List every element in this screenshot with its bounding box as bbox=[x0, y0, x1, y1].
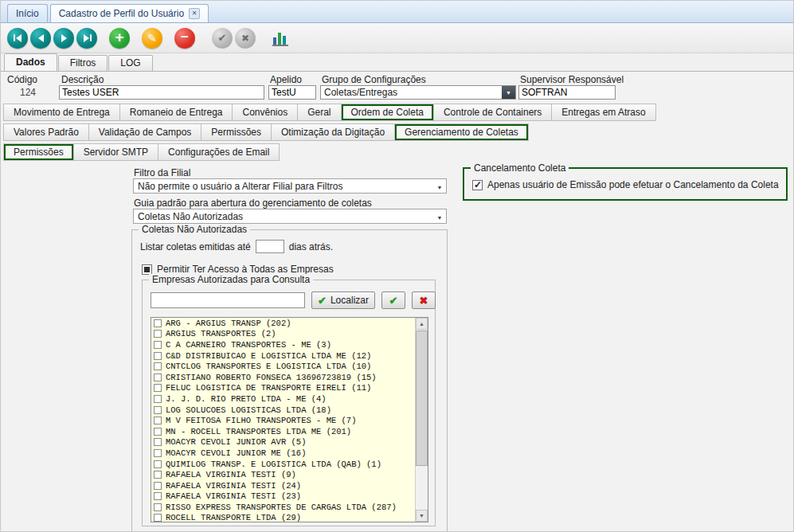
company-row[interactable]: FELUC LOGISTICA DE TRANSPORTE EIRELI (11… bbox=[151, 383, 415, 394]
company-row[interactable]: RAFAELA VIRGINIA TESTI (9) bbox=[151, 469, 415, 480]
tab-valores-padrao[interactable]: Valores Padrão bbox=[3, 123, 89, 141]
supervisor-field[interactable] bbox=[518, 85, 616, 100]
last-record-button[interactable] bbox=[76, 28, 97, 49]
company-row[interactable]: ARGIUS TRANSPORTES (2) bbox=[151, 329, 415, 340]
permitir-acesso-checkbox[interactable] bbox=[142, 264, 152, 275]
grupo-configuracoes-select[interactable]: Coletas/Entregas bbox=[320, 85, 516, 100]
company-checkbox[interactable] bbox=[154, 449, 162, 457]
company-row[interactable]: MOACYR CEVOLI JUNIOR ME (16) bbox=[151, 448, 415, 459]
next-record-button[interactable] bbox=[53, 28, 74, 49]
tab-inicio[interactable]: Início bbox=[7, 4, 48, 22]
tab-gerenciamento-de-coletas[interactable]: Gerenciamento de Coletas bbox=[394, 123, 529, 141]
company-row[interactable]: J. J. D. RIO PRETO LTDA - ME (4) bbox=[151, 393, 415, 405]
company-row[interactable]: M V FEITOSA FILHO TRANSPORTES - ME (7) bbox=[151, 415, 415, 426]
chevron-down-icon[interactable] bbox=[433, 211, 446, 222]
tab-permissoes-inner[interactable]: Permissões bbox=[3, 143, 74, 161]
company-checkbox[interactable] bbox=[154, 395, 162, 403]
scroll-up-icon[interactable] bbox=[416, 318, 428, 330]
company-row[interactable]: MN - ROCELL TRANSPORTES LTDA ME (201) bbox=[151, 426, 415, 437]
company-checkbox[interactable] bbox=[154, 384, 162, 392]
company-checkbox[interactable] bbox=[154, 482, 162, 490]
chart-icon[interactable] bbox=[271, 29, 291, 48]
company-row[interactable]: CNTCLOG TRANSPORTES E LOGISTICA LTDA (10… bbox=[151, 361, 415, 372]
previous-record-button[interactable] bbox=[30, 28, 51, 49]
tab-log[interactable]: LOG bbox=[108, 55, 152, 71]
company-checkbox[interactable] bbox=[154, 503, 162, 511]
company-checkbox[interactable] bbox=[154, 428, 162, 436]
cancelamento-group-title: Cancelamento Coleta bbox=[471, 162, 569, 174]
company-row[interactable]: ARG - ARGIUS TRANSP (202) bbox=[151, 318, 415, 329]
supervisor-label: Supervisor Responsável bbox=[520, 74, 624, 85]
filtro-filial-select[interactable]: Não permite o usuário a Alterar Filial p… bbox=[133, 178, 447, 194]
clear-selection-button[interactable] bbox=[412, 291, 436, 309]
tab-permissoes-sub[interactable]: Permissões bbox=[201, 123, 272, 141]
tab-validacao-de-campos[interactable]: Validação de Campos bbox=[88, 123, 202, 141]
company-checkbox[interactable] bbox=[154, 471, 162, 479]
company-row[interactable]: RISSO EXPRESS TRANSPORTES DE CARGAS LTDA… bbox=[151, 502, 415, 513]
confirm-selection-button[interactable] bbox=[381, 291, 405, 309]
tab-cadastro-perfil[interactable]: Cadastro de Perfil do Usuário bbox=[50, 4, 209, 22]
company-checkbox[interactable] bbox=[154, 514, 162, 522]
tab-convenios[interactable]: Convênios bbox=[232, 104, 298, 121]
company-row[interactable]: C A CARNEIRO TRANSPORTES - ME (3) bbox=[151, 339, 415, 350]
tab-entregas-em-atraso[interactable]: Entregas em Atraso bbox=[551, 104, 655, 121]
company-checkbox[interactable] bbox=[154, 438, 162, 446]
cancelamento-checkbox[interactable] bbox=[472, 180, 483, 190]
company-checkbox[interactable] bbox=[154, 374, 162, 381]
company-checkbox[interactable] bbox=[154, 352, 162, 360]
company-row[interactable]: QUIMILOG TRANSP. E LOGISTICA LTDA (QAB) … bbox=[151, 459, 415, 470]
localizar-button[interactable]: Localizar bbox=[311, 291, 375, 309]
delete-record-button[interactable] bbox=[174, 28, 195, 49]
first-record-button[interactable] bbox=[7, 28, 28, 49]
company-label: CRISTIANO ROBERTO FONSECA 13696723819 (1… bbox=[166, 373, 377, 382]
tab-romaneio-de-entrega[interactable]: Romaneio de Entrega bbox=[119, 104, 233, 121]
company-checkbox[interactable] bbox=[154, 319, 162, 327]
header-form: Código 124 Descrição Apelido Grupo de Co… bbox=[1, 72, 793, 102]
company-checkbox[interactable] bbox=[154, 492, 162, 500]
tab-filtros[interactable]: Filtros bbox=[58, 55, 108, 71]
guia-padrao-select[interactable]: Coletas Não Autorizadas bbox=[133, 209, 447, 224]
scroll-down-icon[interactable] bbox=[416, 510, 428, 522]
app-window: Início Cadastro de Perfil do Usuário Dad… bbox=[0, 0, 794, 532]
tab-controle-de-containers[interactable]: Controle de Containers bbox=[433, 104, 552, 121]
add-record-button[interactable] bbox=[109, 28, 130, 49]
company-label: LOG SOLUCOES LOGISTICAS LTDA (18) bbox=[166, 405, 331, 415]
tab-movimento-de-entrega[interactable]: Movimento de Entrega bbox=[3, 104, 120, 121]
apelido-field[interactable] bbox=[268, 85, 316, 100]
scrollbar-thumb[interactable] bbox=[416, 331, 428, 466]
edit-record-button[interactable] bbox=[142, 28, 162, 49]
cancelamento-label: Apenas usuário de Emissão pode efetuar o… bbox=[487, 179, 779, 190]
company-checkbox[interactable] bbox=[154, 406, 162, 414]
company-row[interactable]: CRISTIANO ROBERTO FONSECA 13696723819 (1… bbox=[151, 372, 415, 383]
company-checkbox[interactable] bbox=[154, 330, 162, 338]
company-row[interactable]: C&D DISTRIBUICAO E LOGISTICA LTDA ME (12… bbox=[151, 350, 415, 362]
tab-dados[interactable]: Dados bbox=[4, 53, 57, 71]
confirm-button[interactable] bbox=[212, 28, 233, 49]
company-row[interactable]: MOACYR CEVOLI JUNIOR AVR (5) bbox=[151, 437, 415, 448]
company-row[interactable]: RAFAELA VIRGINIA TESTI (23) bbox=[151, 491, 415, 503]
company-row[interactable]: ROCELL TRANSPORTE LTDA (29) bbox=[151, 513, 415, 522]
company-label: RISSO EXPRESS TRANSPORTES DE CARGAS LTDA… bbox=[166, 503, 397, 512]
filtro-filial-label: Filtro da Filial bbox=[134, 167, 190, 178]
company-checkbox[interactable] bbox=[154, 460, 162, 468]
empresa-search-input[interactable] bbox=[151, 292, 305, 308]
company-row[interactable]: LOG SOLUCOES LOGISTICAS LTDA (18) bbox=[151, 405, 415, 416]
chevron-down-icon[interactable] bbox=[502, 86, 515, 99]
company-checkbox[interactable] bbox=[154, 362, 162, 370]
company-row[interactable]: RAFAELA VIRGINIA TESTI (24) bbox=[151, 480, 415, 491]
tab-ordem-de-coleta[interactable]: Ordem de Coleta bbox=[341, 104, 434, 121]
tab-geral[interactable]: Geral bbox=[297, 104, 341, 121]
company-label: M V FEITOSA FILHO TRANSPORTES - ME (7) bbox=[166, 416, 356, 425]
tab-configuracoes-de-email[interactable]: Configurações de Email bbox=[158, 143, 280, 161]
companies-scrollbar[interactable] bbox=[415, 318, 428, 522]
tab-otimizacao-da-digitacao[interactable]: Otimização da Digitação bbox=[271, 123, 395, 141]
sub-tab-strip: Valores Padrão Validação de Campos Permi… bbox=[1, 123, 793, 141]
company-checkbox[interactable] bbox=[154, 341, 162, 349]
dias-atras-field[interactable] bbox=[256, 240, 284, 253]
cancel-button[interactable] bbox=[235, 28, 256, 49]
close-tab-icon[interactable] bbox=[189, 8, 200, 19]
company-checkbox[interactable] bbox=[154, 417, 162, 424]
descricao-field[interactable] bbox=[59, 85, 264, 100]
tab-servidor-smtp[interactable]: Servidor SMTP bbox=[73, 143, 158, 161]
chevron-down-icon[interactable] bbox=[433, 181, 446, 192]
